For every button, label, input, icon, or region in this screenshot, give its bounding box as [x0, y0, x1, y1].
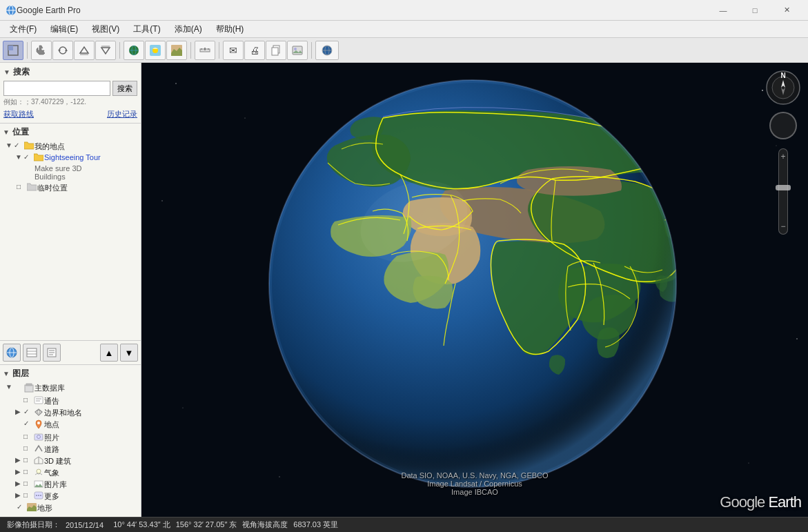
weather-label[interactable]: 气象 — [44, 468, 59, 478]
3d-expand[interactable]: ▶ — [15, 456, 23, 464]
globe-area[interactable]: Data SIO, NOAA, U.S. Navy, NGA, GEBCO Im… — [141, 63, 808, 517]
notice-label[interactable]: 通告 — [44, 396, 59, 406]
history-link[interactable]: 历史记录 — [107, 109, 137, 119]
svg-point-49 — [36, 495, 37, 496]
search-triangle[interactable]: ▼ — [3, 68, 10, 76]
myplaces-expand[interactable]: ▼ — [6, 141, 14, 149]
compass-ring[interactable]: N — [765, 70, 801, 106]
toolbar-btn-earth[interactable] — [124, 41, 144, 60]
temp-expand[interactable] — [8, 183, 17, 190]
toolbar-btn-tilt-down[interactable] — [95, 41, 116, 60]
more-expand[interactable]: ▶ — [15, 491, 23, 499]
toolbar-btn-copy[interactable] — [266, 41, 286, 60]
borders-label[interactable]: 边界和地名 — [44, 408, 82, 418]
layer-maindb-expand[interactable]: ▼ — [6, 383, 14, 391]
btn-list[interactable] — [23, 344, 41, 362]
toolbar-btn-tilt-up[interactable] — [74, 41, 95, 60]
photos-expand[interactable] — [15, 433, 23, 440]
temp-label[interactable]: 临时位置 — [37, 183, 68, 193]
terrain-check[interactable]: ✓ — [17, 503, 26, 511]
layer-more: ▶ □ 更多 — [15, 491, 138, 502]
zoom-in-icon[interactable]: + — [780, 152, 785, 161]
svg-point-61 — [749, 463, 749, 464]
sightseeing-label[interactable]: Sightseeing Tour — [44, 153, 101, 161]
navigation-controls[interactable]: N + − — [765, 70, 801, 235]
status-date-label: 影像拍摄日期： — [7, 520, 60, 530]
btn-move-up[interactable]: ▲ — [100, 344, 118, 362]
svg-rect-4 — [8, 46, 13, 50]
sightseeing-expand[interactable]: ▼ — [15, 153, 23, 161]
photos-check[interactable]: □ — [23, 433, 33, 440]
makesure-label: Make sure 3D — [35, 164, 138, 173]
weather-check[interactable]: □ — [23, 468, 33, 475]
terrain-expand[interactable] — [8, 503, 17, 511]
minimize-button[interactable]: — — [707, 0, 739, 21]
status-lon: 156° 32′ 27.05″ 东 — [176, 520, 237, 530]
attribution-line3: Image IBCAO — [401, 488, 548, 496]
zoom-slider-thumb[interactable] — [776, 185, 791, 190]
btn-details[interactable] — [43, 344, 61, 362]
toolbar-btn-rotate[interactable] — [52, 41, 73, 60]
photos-label[interactable]: 照片 — [44, 433, 59, 443]
menu-view[interactable]: 视图(V) — [85, 22, 126, 37]
places-triangle[interactable]: ▼ — [3, 128, 10, 136]
myplaces-label[interactable]: 我的地点 — [35, 141, 65, 152]
3d-check[interactable]: □ — [23, 456, 33, 464]
zoom-out-icon[interactable]: − — [780, 221, 785, 231]
layer-3d: ▶ □ 3D 建筑 — [15, 455, 138, 467]
roads-expand[interactable] — [15, 444, 23, 452]
notice-expand[interactable] — [15, 396, 23, 404]
gallery-check[interactable]: □ — [23, 480, 33, 487]
svg-rect-36 — [35, 397, 43, 404]
btn-move-down[interactable]: ▼ — [120, 344, 138, 362]
layer-maindb-label[interactable]: 主数据库 — [35, 383, 65, 393]
toolbar-btn-view[interactable] — [3, 41, 23, 60]
gallery-label[interactable]: 图片库 — [44, 480, 67, 490]
toolbar-btn-terrain[interactable] — [166, 41, 187, 60]
more-check[interactable]: □ — [23, 491, 33, 499]
menu-edit[interactable]: 编辑(E) — [43, 22, 85, 37]
more-label[interactable]: 更多 — [44, 491, 59, 502]
search-input[interactable] — [3, 81, 110, 96]
menu-file[interactable]: 文件(F) — [3, 22, 43, 37]
btn-globe[interactable] — [3, 344, 21, 362]
lplaces-expand[interactable] — [15, 420, 23, 427]
attribution: Data SIO, NOAA, U.S. Navy, NGA, GEBCO Im… — [401, 471, 548, 496]
roads-label[interactable]: 道路 — [44, 444, 59, 455]
menu-help[interactable]: 帮助(H) — [209, 22, 251, 37]
layers-triangle[interactable]: ▼ — [3, 370, 10, 377]
lplaces-check[interactable]: ✓ — [23, 420, 33, 427]
svg-rect-19 — [293, 46, 302, 55]
toolbar-btn-globe-view[interactable] — [315, 41, 339, 60]
svg-rect-27 — [27, 348, 37, 357]
borders-expand[interactable]: ▶ — [15, 408, 23, 415]
zoom-slider-track[interactable]: + − — [778, 148, 788, 235]
toolbar-btn-print[interactable]: 🖨 — [244, 41, 265, 60]
search-button[interactable]: 搜索 — [112, 81, 137, 96]
lplaces-label[interactable]: 地点 — [44, 420, 59, 430]
menu-tools[interactable]: 工具(T) — [126, 22, 167, 37]
toolbar-btn-email[interactable]: ✉ — [223, 41, 244, 60]
temp-node: □ 临时位置 — [8, 182, 138, 194]
maximize-button[interactable]: □ — [739, 0, 771, 21]
weather-expand[interactable]: ▶ — [15, 468, 23, 475]
gallery-expand[interactable]: ▶ — [15, 480, 23, 487]
sightseeing-check[interactable]: ✓ — [23, 153, 33, 161]
svg-point-71 — [772, 77, 794, 99]
toolbar-btn-measure[interactable] — [195, 41, 215, 60]
toolbar-btn-pan[interactable] — [31, 41, 52, 60]
notice-check[interactable]: □ — [23, 396, 33, 404]
borders-check[interactable]: ✓ — [23, 408, 33, 415]
myplaces-check[interactable]: ✓ — [14, 141, 23, 149]
temp-check[interactable]: □ — [17, 183, 26, 190]
menu-add[interactable]: 添加(A) — [168, 22, 209, 37]
3d-label[interactable]: 3D 建筑 — [44, 456, 71, 466]
toolbar-btn-image[interactable] — [287, 41, 308, 60]
get-route-link[interactable]: 获取路线 — [3, 109, 34, 119]
toolbar-separator-5 — [311, 42, 312, 59]
nav-ring-2[interactable] — [769, 112, 797, 139]
terrain-label[interactable]: 地形 — [37, 503, 52, 513]
roads-check[interactable]: □ — [23, 444, 33, 452]
toolbar-btn-sky[interactable] — [145, 41, 166, 60]
close-button[interactable]: ✕ — [771, 0, 802, 21]
